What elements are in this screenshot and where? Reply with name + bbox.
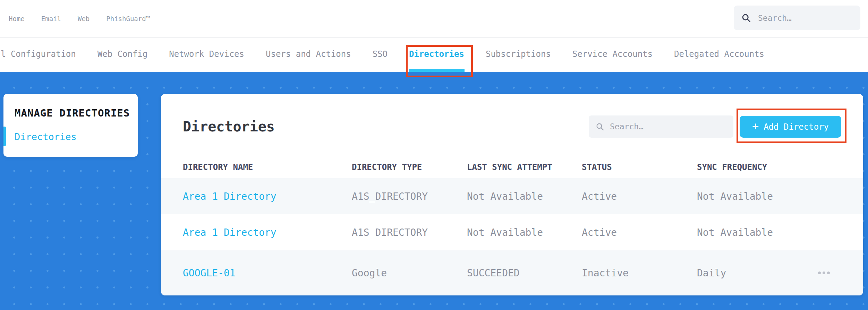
table-row: Area 1 Directory A1S_DIRECTORY Not Avail… — [161, 214, 863, 250]
directories-search-box[interactable] — [589, 115, 733, 138]
ellipsis-icon — [823, 272, 825, 274]
ellipsis-icon — [827, 272, 830, 274]
manage-directories-panel: MANAGE DIRECTORIES Directories — [3, 94, 138, 157]
sync-frequency-value: Not Available — [697, 191, 849, 202]
table-header-row: DIRECTORY NAME DIRECTORY TYPE LAST SYNC … — [161, 156, 863, 178]
tab-users-and-actions[interactable]: Users and Actions — [266, 49, 351, 59]
global-search-input[interactable] — [758, 14, 853, 23]
top-bar: Home Email Web PhishGuard™ — [0, 0, 868, 38]
directory-name-link[interactable]: Area 1 Directory — [183, 191, 352, 202]
last-sync-value: Not Available — [467, 227, 582, 238]
status-value: Inactive — [582, 267, 697, 279]
status-value: Active — [582, 227, 697, 238]
nav-item-phishguard[interactable]: PhishGuard™ — [106, 15, 150, 23]
table-row: Area 1 Directory A1S_DIRECTORY Not Avail… — [161, 178, 863, 214]
directories-card: Directories + Add Directory DIRECTORY NA… — [161, 94, 863, 295]
nav-item-home[interactable]: Home — [9, 15, 25, 23]
directory-type-value: A1S_DIRECTORY — [352, 227, 467, 238]
tab-directories[interactable]: Directories — [409, 49, 464, 59]
global-search-box[interactable] — [734, 6, 860, 30]
ellipsis-icon — [818, 272, 821, 274]
status-value: Active — [582, 191, 697, 202]
active-tab-underline — [409, 69, 465, 72]
search-icon — [741, 13, 751, 23]
directory-type-value: A1S_DIRECTORY — [352, 191, 467, 202]
panel-title: MANAGE DIRECTORIES — [15, 107, 130, 119]
search-icon — [596, 122, 604, 131]
page: Home Email Web PhishGuard™ l Configurati… — [0, 0, 868, 310]
tab-email-configuration[interactable]: l Configuration — [1, 49, 76, 59]
directories-search-input[interactable] — [610, 122, 726, 131]
nav-item-web[interactable]: Web — [78, 15, 90, 23]
active-item-indicator — [3, 127, 6, 146]
directory-name-link[interactable]: Area 1 Directory — [183, 227, 352, 238]
tab-web-config[interactable]: Web Config — [97, 49, 148, 59]
tab-service-accounts[interactable]: Service Accounts — [572, 49, 653, 59]
tab-network-devices[interactable]: Network Devices — [169, 49, 244, 59]
sync-frequency-value: Not Available — [697, 227, 849, 238]
directory-name-link[interactable]: GOOGLE-01 — [183, 267, 352, 279]
col-last-sync-attempt: LAST SYNC ATTEMPT — [467, 162, 582, 172]
col-status: STATUS — [582, 162, 697, 172]
top-nav: Home Email Web PhishGuard™ — [9, 0, 150, 37]
nav-item-email[interactable]: Email — [41, 15, 61, 23]
table-row: GOOGLE-01 Google SUCCEEDED Inactive Dail… — [161, 250, 863, 295]
last-sync-value: SUCCEEDED — [467, 267, 582, 279]
sidebar-item-directories[interactable]: Directories — [15, 131, 77, 142]
col-sync-frequency: SYNC FREQUENCY — [697, 162, 849, 172]
directory-type-value: Google — [352, 267, 467, 279]
plus-icon: + — [752, 121, 759, 131]
settings-tab-bar: l Configuration Web Config Network Devic… — [0, 39, 868, 72]
add-directory-button[interactable]: + Add Directory — [740, 116, 841, 138]
col-directory-type: DIRECTORY TYPE — [352, 162, 467, 172]
col-directory-name: DIRECTORY NAME — [183, 162, 352, 172]
tab-delegated-accounts[interactable]: Delegated Accounts — [674, 49, 764, 59]
directories-card-header: Directories + Add Directory — [161, 94, 863, 156]
row-actions-menu[interactable] — [815, 269, 833, 277]
add-directory-label: Add Directory — [764, 122, 829, 132]
directories-table: DIRECTORY NAME DIRECTORY TYPE LAST SYNC … — [161, 156, 863, 295]
tab-sso[interactable]: SSO — [373, 49, 388, 59]
last-sync-value: Not Available — [467, 191, 582, 202]
page-title: Directories — [183, 120, 275, 134]
tab-subscriptions[interactable]: Subscriptions — [486, 49, 551, 59]
settings-tabs: l Configuration Web Config Network Devic… — [1, 39, 764, 69]
